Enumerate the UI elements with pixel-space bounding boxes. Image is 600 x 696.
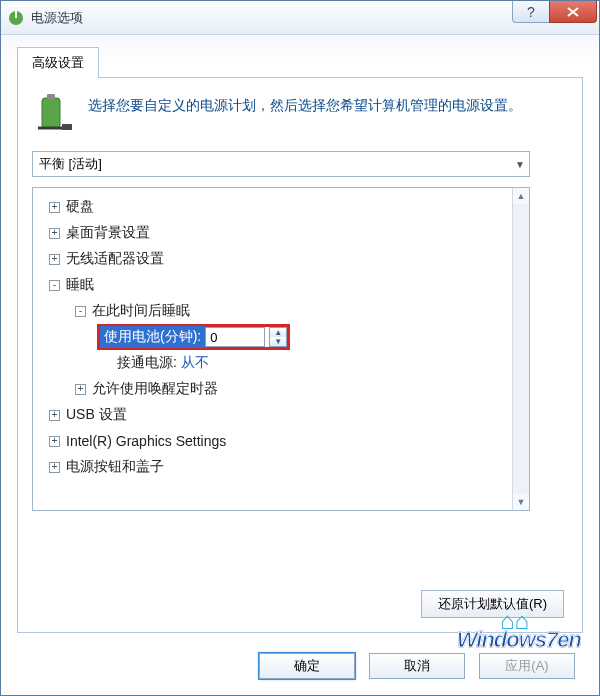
tree-item-wireless[interactable]: + 无线适配器设置 bbox=[37, 246, 525, 272]
expand-icon[interactable]: + bbox=[75, 384, 86, 395]
dialog-window: 电源选项 ? 高级设置 选择您要自定义的电源计划， bbox=[0, 0, 600, 696]
spin-up-icon[interactable]: ▲ bbox=[270, 328, 286, 337]
tree-label: 硬盘 bbox=[66, 198, 94, 216]
scroll-track[interactable] bbox=[513, 204, 529, 494]
expand-icon[interactable]: + bbox=[49, 410, 60, 421]
intro-row: 选择您要自定义的电源计划，然后选择您希望计算机管理的电源设置。 bbox=[32, 92, 568, 139]
battery-icon bbox=[32, 92, 76, 139]
scroll-up-icon[interactable]: ▲ bbox=[513, 188, 529, 204]
tree-item-sleep-after[interactable]: - 在此时间后睡眠 bbox=[37, 298, 525, 324]
tree-item-power-buttons[interactable]: + 电源按钮和盖子 bbox=[37, 454, 525, 480]
highlight-box: 使用电池(分钟): ▲ ▼ bbox=[97, 324, 290, 350]
tree-item-plugged-in[interactable]: 接通电源: 从不 bbox=[37, 350, 525, 376]
tree-item-desktop-bg[interactable]: + 桌面背景设置 bbox=[37, 220, 525, 246]
watermark-text: Windows7en bbox=[457, 627, 581, 653]
svg-rect-3 bbox=[47, 94, 55, 99]
tree-item-hard-disk[interactable]: + 硬盘 bbox=[37, 194, 525, 220]
tree-label: 无线适配器设置 bbox=[66, 250, 164, 268]
expand-icon[interactable]: + bbox=[49, 462, 60, 473]
restore-defaults-button[interactable]: 还原计划默认值(R) bbox=[421, 590, 564, 618]
settings-tree: + 硬盘 + 桌面背景设置 + 无线适配器设置 - 睡眠 bbox=[32, 187, 530, 511]
plan-dropdown[interactable]: 平衡 [活动] ▼ bbox=[32, 151, 530, 177]
apply-button[interactable]: 应用(A) bbox=[479, 653, 575, 679]
help-button[interactable]: ? bbox=[512, 1, 550, 23]
client-area: 高级设置 选择您要自定义的电源计划，然后选择您希望计算机管理的电源设置。 平衡 … bbox=[1, 35, 599, 695]
svg-rect-1 bbox=[15, 11, 17, 18]
expand-icon[interactable]: + bbox=[49, 254, 60, 265]
tab-advanced[interactable]: 高级设置 bbox=[17, 47, 99, 78]
dialog-buttons: 确定 取消 应用(A) bbox=[259, 653, 575, 679]
spinner-buttons: ▲ ▼ bbox=[269, 327, 287, 347]
plugged-in-value[interactable]: 从不 bbox=[181, 354, 209, 372]
window-title: 电源选项 bbox=[31, 9, 83, 27]
scrollbar[interactable]: ▲ ▼ bbox=[512, 188, 529, 510]
plugged-in-label: 接通电源: bbox=[117, 354, 177, 372]
tree-item-graphics[interactable]: + Intel(R) Graphics Settings bbox=[37, 428, 525, 454]
tree-label: Intel(R) Graphics Settings bbox=[66, 433, 226, 449]
on-battery-input[interactable] bbox=[205, 327, 265, 347]
tab-panel: 选择您要自定义的电源计划，然后选择您希望计算机管理的电源设置。 平衡 [活动] … bbox=[17, 77, 583, 633]
tree-item-sleep[interactable]: - 睡眠 bbox=[37, 272, 525, 298]
intro-text: 选择您要自定义的电源计划，然后选择您希望计算机管理的电源设置。 bbox=[88, 92, 522, 139]
spin-down-icon[interactable]: ▼ bbox=[270, 337, 286, 346]
close-button[interactable] bbox=[549, 1, 597, 23]
tree-label: 桌面背景设置 bbox=[66, 224, 150, 242]
tree-item-usb[interactable]: + USB 设置 bbox=[37, 402, 525, 428]
collapse-icon[interactable]: - bbox=[49, 280, 60, 291]
window-controls: ? bbox=[513, 1, 597, 23]
on-battery-label: 使用电池(分钟): bbox=[100, 326, 205, 348]
tree-item-on-battery[interactable]: 使用电池(分钟): ▲ ▼ bbox=[37, 324, 525, 350]
svg-rect-4 bbox=[62, 124, 72, 130]
tree-label: 睡眠 bbox=[66, 276, 94, 294]
tree-label: 允许使用唤醒定时器 bbox=[92, 380, 218, 398]
scroll-down-icon[interactable]: ▼ bbox=[513, 494, 529, 510]
tree-label: USB 设置 bbox=[66, 406, 127, 424]
collapse-icon[interactable]: - bbox=[75, 306, 86, 317]
expand-icon[interactable]: + bbox=[49, 228, 60, 239]
tree-label: 在此时间后睡眠 bbox=[92, 302, 190, 320]
app-icon bbox=[7, 9, 25, 27]
cancel-button[interactable]: 取消 bbox=[369, 653, 465, 679]
plan-selected-label: 平衡 [活动] bbox=[39, 155, 102, 173]
ok-button[interactable]: 确定 bbox=[259, 653, 355, 679]
expand-icon[interactable]: + bbox=[49, 436, 60, 447]
chevron-down-icon: ▼ bbox=[515, 159, 525, 170]
tree-label: 电源按钮和盖子 bbox=[66, 458, 164, 476]
tree-content: + 硬盘 + 桌面背景设置 + 无线适配器设置 - 睡眠 bbox=[33, 188, 529, 486]
tree-item-allow-wake[interactable]: + 允许使用唤醒定时器 bbox=[37, 376, 525, 402]
titlebar: 电源选项 ? bbox=[1, 1, 599, 35]
expand-icon[interactable]: + bbox=[49, 202, 60, 213]
tabstrip: 高级设置 bbox=[17, 47, 583, 78]
svg-rect-2 bbox=[42, 98, 60, 128]
